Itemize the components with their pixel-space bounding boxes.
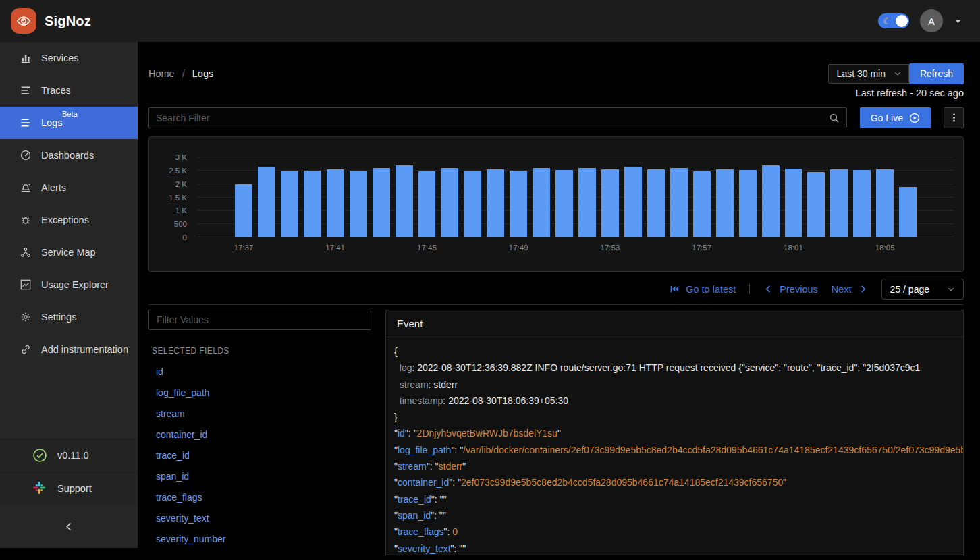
bar-18:03[interactable] (830, 169, 848, 237)
bar-chart[interactable]: 05001 K1.5 K2 K2.5 K3 K 17:3717:4117:451… (160, 157, 954, 237)
field-item-span_id[interactable]: span_id (148, 466, 371, 486)
sidebar-item-service-map[interactable]: Service Map (0, 236, 138, 269)
caret-down-icon[interactable] (954, 17, 962, 26)
version-item[interactable]: v0.11.0 (0, 439, 138, 472)
event-json-view[interactable]: { log: 2022-08-30T12:36:39.882Z INFO rou… (386, 337, 963, 555)
refresh-button[interactable]: Refresh (909, 63, 964, 84)
bar-17:49[interactable] (510, 171, 527, 237)
y-tick-label: 2 K (175, 180, 187, 188)
bar-17:54[interactable] (624, 167, 642, 237)
bar-17:50[interactable] (533, 168, 550, 237)
theme-toggle[interactable]: ☾ (878, 13, 909, 28)
bar-17:48[interactable] (487, 169, 504, 237)
bar-17:42[interactable] (350, 171, 367, 237)
bar-17:58[interactable] (716, 169, 734, 237)
field-item-id[interactable]: id (148, 361, 371, 382)
field-item-trace_flags[interactable]: trace_flags (148, 486, 371, 507)
chevron-left-icon (763, 284, 773, 294)
fields-panel: SELECTED FIELDS idlog_file_pathstreamcon… (148, 310, 371, 555)
sidebar-item-settings[interactable]: Settings (0, 301, 138, 333)
sidebar-nav: ServicesTracesLogsBetaDashboardsAlertsEx… (0, 42, 138, 366)
slack-icon (32, 481, 47, 496)
bar-17:45[interactable] (418, 171, 436, 237)
breadcrumb: Home / Logs (148, 68, 213, 79)
x-tick-slot (716, 244, 734, 253)
breadcrumb-current: Logs (192, 68, 213, 79)
sidebar-item-logs[interactable]: LogsBeta (0, 107, 138, 139)
event-json-line: "trace_id": "" (394, 491, 955, 507)
field-item-container_id[interactable]: container_id (148, 424, 371, 445)
search-icon[interactable] (829, 113, 840, 123)
bar-18:02[interactable] (807, 172, 825, 237)
bar-17:41[interactable] (327, 169, 344, 237)
bar-17:46[interactable] (441, 168, 458, 237)
y-tick-label: 0 (183, 233, 187, 242)
sidebar-item-add-instrumentation[interactable]: Add instrumentation (0, 333, 138, 366)
filter-values-input[interactable] (148, 310, 371, 330)
signoz-eye-icon (11, 8, 36, 34)
bar-17:39[interactable] (281, 171, 298, 237)
bar-17:55[interactable] (647, 169, 665, 237)
sidebar-item-traces[interactable]: Traces (0, 74, 138, 107)
bar-18:04[interactable] (853, 170, 871, 237)
bar-17:53[interactable] (601, 169, 619, 237)
sidebar-item-label: Usage Explorer (41, 279, 109, 290)
bar-17:57[interactable] (693, 171, 711, 237)
avatar[interactable]: A (920, 9, 943, 32)
sidebar-item-exceptions[interactable]: Exceptions (0, 204, 138, 236)
bar-17:43[interactable] (373, 168, 390, 237)
sidebar-item-label: Logs (41, 117, 62, 128)
bar-18:01[interactable] (785, 169, 802, 237)
field-item-trace_id[interactable]: trace_id (148, 445, 371, 466)
bar-17:52[interactable] (578, 168, 596, 237)
bar-18:05[interactable] (876, 169, 894, 237)
bar-17:47[interactable] (464, 171, 481, 237)
brand-logo[interactable]: SigNoz (11, 8, 91, 34)
page-size-select[interactable]: 25 / page (881, 279, 964, 300)
go-to-latest-button[interactable]: Go to latest (670, 284, 736, 295)
field-item-log_file_path[interactable]: log_file_path (148, 382, 371, 403)
breadcrumb-home-link[interactable]: Home (148, 68, 175, 79)
time-range-select[interactable]: Last 30 min (828, 64, 909, 84)
bar-17:56[interactable] (670, 168, 688, 237)
x-tick-slot (464, 244, 481, 253)
previous-page-button[interactable]: Previous (763, 284, 817, 295)
sidebar-item-services[interactable]: Services (0, 42, 138, 74)
sidebar: ServicesTracesLogsBetaDashboardsAlertsEx… (0, 42, 138, 548)
bar-17:37[interactable] (235, 184, 252, 237)
sidebar-collapse-button[interactable] (0, 505, 138, 548)
field-item-severity_number[interactable]: severity_number (148, 528, 371, 549)
x-tick-slot (578, 244, 596, 253)
version-label: v0.11.0 (57, 450, 89, 461)
x-tick-slot (647, 244, 665, 253)
x-tick-slot (281, 244, 298, 253)
sidebar-item-dashboards[interactable]: Dashboards (0, 139, 138, 171)
x-tick-slot (441, 244, 458, 253)
event-json-line: log: 2022-08-30T12:36:39.882Z INFO route… (394, 360, 955, 376)
next-page-button[interactable]: Next (832, 284, 868, 295)
x-tick-label: 18:05 (875, 244, 895, 252)
bar-18:00[interactable] (762, 165, 780, 237)
field-item-stream[interactable]: stream (148, 403, 371, 424)
bar-17:59[interactable] (739, 170, 757, 237)
sidebar-item-usage-explorer[interactable]: Usage Explorer (0, 269, 138, 301)
bar-17:40[interactable] (304, 171, 321, 237)
menu-lines-icon (20, 117, 31, 128)
x-tick-slot (350, 244, 367, 253)
support-item[interactable]: Support (0, 472, 138, 505)
x-tick-slot: 17:41 (327, 244, 344, 253)
go-live-button[interactable]: Go Live (860, 107, 931, 128)
bar-17:51[interactable] (555, 170, 573, 237)
field-item-severity_text[interactable]: severity_text (148, 507, 371, 528)
x-tick-slot (533, 244, 550, 253)
bar-18:06[interactable] (899, 187, 917, 237)
search-filter-input[interactable] (156, 113, 829, 123)
bar-17:38[interactable] (258, 167, 275, 237)
event-json-line: timestamp: 2022-08-30T18:06:39+05:30 (394, 393, 955, 409)
more-options-button[interactable] (944, 107, 964, 128)
sidebar-item-alerts[interactable]: Alerts (0, 171, 138, 204)
bar-17:44[interactable] (396, 165, 413, 237)
x-tick-slot (830, 244, 848, 253)
x-tick-slot (762, 244, 780, 253)
next-label: Next (832, 284, 852, 295)
